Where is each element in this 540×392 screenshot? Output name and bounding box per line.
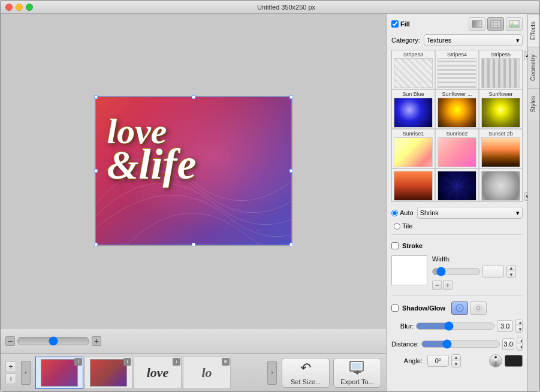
stroke-header: Stroke: [391, 242, 523, 249]
shadow-label: Shadow/Glow: [402, 304, 445, 312]
fill-checkbox-label[interactable]: Fill: [391, 20, 410, 28]
fill-texture-button[interactable]: [487, 17, 504, 31]
set-size-label: Set Size...: [291, 378, 321, 385]
blur-stepper: ▲ ▼: [515, 319, 523, 333]
maximize-button[interactable]: [26, 4, 33, 11]
distance-label: Distance:: [391, 340, 419, 348]
tile-radio[interactable]: [394, 223, 400, 230]
layer-add-button[interactable]: +: [5, 361, 16, 372]
zoom-slider[interactable]: [17, 337, 89, 345]
layer-item-4[interactable]: lo ⚙: [183, 357, 231, 389]
stroke-width-down[interactable]: ▼: [507, 272, 515, 278]
minimize-button[interactable]: [16, 4, 23, 11]
stroke-width-slider[interactable]: [432, 268, 480, 275]
tab-geometry[interactable]: Geometry: [528, 47, 539, 88]
category-value: Textures: [427, 37, 452, 44]
layer-item-2[interactable]: i: [85, 357, 132, 389]
texture-sunrise1[interactable]: Sunrise1: [392, 129, 435, 168]
export-to-label: Export To...: [340, 378, 373, 385]
texture-sunrise2[interactable]: Sunrise2: [436, 129, 478, 168]
layer-badge-3: i: [173, 358, 180, 366]
texture-stripes4[interactable]: Stripes4: [436, 50, 478, 89]
auto-tile-row: Auto Shrink ▾: [391, 207, 523, 219]
angle-value: 0°: [427, 355, 449, 367]
fill-checkbox[interactable]: [391, 20, 399, 28]
layer-badge-2: i: [123, 358, 131, 366]
shadow-checkbox[interactable]: [391, 304, 399, 312]
distance-slider[interactable]: [421, 340, 500, 348]
auto-radio[interactable]: [391, 210, 398, 216]
design-canvas[interactable]: love &life: [95, 96, 292, 246]
texture-row3c[interactable]: [479, 169, 522, 201]
angle-down[interactable]: ▼: [452, 361, 460, 367]
tab-effects[interactable]: Effects: [528, 14, 539, 47]
stroke-color-swatch[interactable]: [391, 255, 427, 285]
shadow-header: Shadow/Glow: [391, 301, 523, 315]
distance-stepper: ▲ ▼: [517, 337, 523, 351]
shadow-mode-inner[interactable]: [451, 301, 468, 315]
stroke-checkbox[interactable]: [391, 242, 399, 249]
stroke-width-up[interactable]: ▲: [507, 266, 515, 272]
traffic-lights: [5, 4, 33, 11]
layer-item-1[interactable]: i: [35, 357, 83, 389]
category-label: Category:: [391, 37, 420, 44]
texture-sunflower2[interactable]: Sunflower: [479, 90, 522, 128]
color-well[interactable]: [505, 355, 523, 367]
zoom-minus-button[interactable]: −: [5, 336, 15, 346]
svg-point-12: [476, 306, 480, 310]
shrink-label: Shrink: [420, 209, 439, 216]
blur-up[interactable]: ▲: [516, 320, 523, 326]
texture-sunblue[interactable]: Sun Blue: [392, 90, 435, 128]
texture-grid: Stripes3 Stripes4 Stripes5: [391, 50, 523, 202]
blur-down[interactable]: ▼: [516, 326, 523, 332]
close-button[interactable]: [5, 4, 13, 11]
stroke-width-stepper: ▲ ▼: [506, 265, 516, 278]
layers-prev-button[interactable]: ‹: [21, 361, 31, 385]
tile-label: Tile: [402, 222, 412, 230]
texture-stripes5[interactable]: Stripes5: [479, 50, 522, 89]
export-to-button[interactable]: Export To...: [333, 358, 381, 388]
layers-list: i i love: [35, 356, 263, 390]
stroke-plus-button[interactable]: +: [443, 281, 452, 290]
shrink-select[interactable]: Shrink ▾: [417, 207, 523, 219]
layer-delete-button[interactable]: i: [5, 373, 16, 384]
main-window: Untitled 350x250 px TiJ: [0, 0, 540, 392]
layer-item-3[interactable]: love i: [134, 357, 182, 389]
width-label: Width:: [432, 255, 451, 263]
texture-sunflower1[interactable]: Sunflower ...: [436, 90, 478, 128]
fill-header: Fill: [391, 17, 523, 31]
export-icon: [349, 360, 366, 376]
texture-sunset2b[interactable]: Sunset 2b: [479, 129, 522, 168]
divider-1: [391, 234, 523, 235]
fill-gradient-button[interactable]: [469, 17, 485, 31]
category-select[interactable]: Textures ▾: [424, 34, 523, 46]
layer-controls: + i: [5, 361, 16, 384]
angle-dial[interactable]: [489, 354, 502, 367]
texture-row3b[interactable]: [436, 169, 478, 201]
svg-rect-3: [491, 20, 500, 28]
layers-next-button[interactable]: ›: [267, 361, 277, 385]
zoom-plus-button[interactable]: +: [92, 336, 101, 346]
distance-down[interactable]: ▼: [517, 344, 523, 350]
zoom-toolbar: − +: [1, 328, 386, 353]
angle-label: Angle:: [391, 357, 423, 364]
texture-stripes3[interactable]: Stripes3: [392, 50, 435, 89]
right-panel: Fill: [387, 14, 539, 391]
fill-icons: [469, 17, 523, 31]
stroke-minus-button[interactable]: −: [432, 281, 442, 290]
blur-value: 3.0: [497, 320, 512, 332]
tab-styles[interactable]: Styles: [528, 88, 539, 119]
fill-image-button[interactable]: [506, 17, 523, 31]
distance-up[interactable]: ▲: [517, 338, 523, 344]
blur-row: Blur: 3.0 ▲ ▼: [391, 319, 523, 333]
texture-row3a[interactable]: [392, 169, 435, 201]
blur-slider[interactable]: [416, 322, 494, 330]
angle-up[interactable]: ▲: [452, 355, 460, 361]
set-size-button[interactable]: ↶ Set Size...: [282, 358, 330, 388]
layer-badge-4: ⚙: [222, 358, 230, 366]
texture-grid-container: Stripes3 Stripes4 Stripes5: [391, 50, 523, 202]
tile-radio-label[interactable]: Tile: [394, 222, 523, 230]
shadow-mode-outer[interactable]: [470, 301, 487, 315]
auto-radio-label[interactable]: Auto: [391, 209, 414, 216]
stroke-label: Stroke: [402, 242, 423, 249]
